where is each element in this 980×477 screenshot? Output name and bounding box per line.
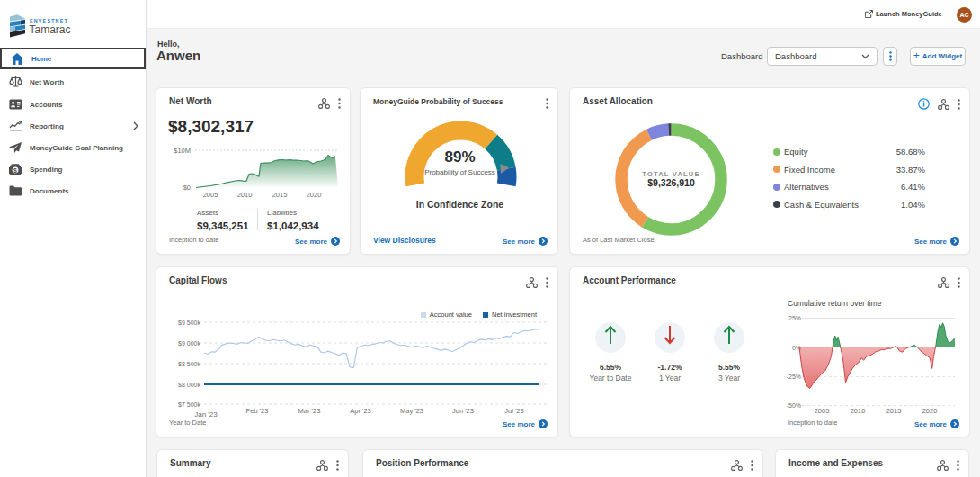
svg-text:2020: 2020 [922,407,938,415]
svg-text:Jul '23: Jul '23 [504,407,523,415]
svg-text:Apr '23: Apr '23 [350,407,371,415]
svg-text:-25%: -25% [787,374,801,380]
svg-text:Feb '23: Feb '23 [246,407,269,415]
svg-text:$8 500k: $8 500k [178,361,200,367]
svg-text:-50%: -50% [787,402,801,409]
svg-text:$8 000k: $8 000k [178,382,200,388]
svg-text:$7 500k: $7 500k [178,401,200,408]
svg-text:Jun '23: Jun '23 [452,407,474,415]
svg-text:May '23: May '23 [400,407,423,415]
svg-text:2015: 2015 [272,191,288,199]
svg-text:25%: 25% [788,315,801,321]
svg-text:2010: 2010 [237,191,253,199]
svg-text:Jan '23: Jan '23 [194,410,218,418]
svg-text:2015: 2015 [886,407,902,415]
svg-text:2005: 2005 [815,407,830,415]
svg-text:Mar '23: Mar '23 [298,407,321,415]
svg-text:$9 000k: $9 000k [178,340,200,346]
svg-text:$9 500k: $9 500k [178,320,200,326]
svg-text:2020: 2020 [307,191,322,199]
svg-text:2005: 2005 [203,191,218,199]
svg-text:2010: 2010 [851,407,866,415]
svg-text:$: $ [13,166,17,174]
svg-text:$10M: $10M [174,147,191,155]
svg-text:$0: $0 [183,184,191,192]
